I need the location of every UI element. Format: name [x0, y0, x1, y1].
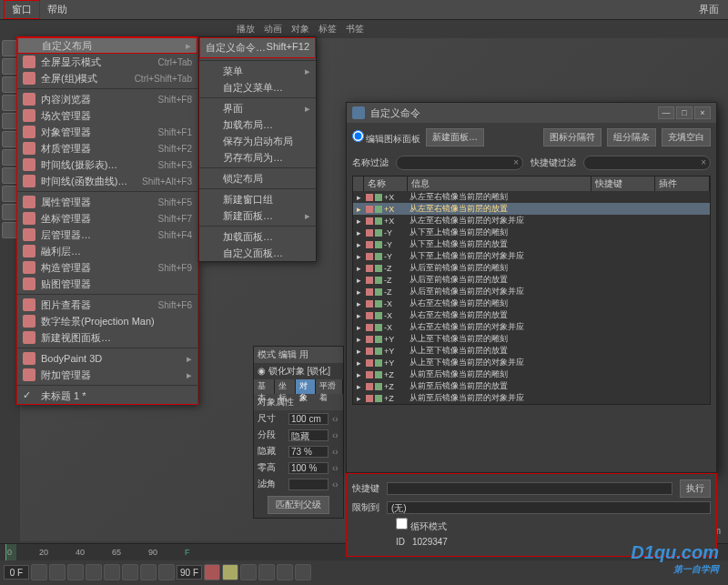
goto-end-button[interactable] [158, 564, 175, 580]
prev-frame-button[interactable] [67, 564, 84, 580]
table-row[interactable]: ▸ -Y从下至上镜像当前层的放置 [353, 238, 710, 250]
table-row[interactable]: ▸ -Z从后至前镜像当前层的对象并应 [353, 286, 710, 298]
menu-item[interactable]: 构造管理器Shift+F9 [17, 259, 197, 276]
menu-window[interactable]: 窗口 [4, 0, 40, 19]
menu-item[interactable]: 属性管理器Shift+F5 [17, 194, 197, 210]
table-row[interactable]: ▸ -X从右至左镜像当前层的对象并应 [353, 321, 710, 333]
table-row[interactable]: ▸ +X从左至右镜像当前层的雕刻 [353, 191, 710, 203]
menu-item[interactable]: 全屏显示模式Ctrl+Tab [17, 54, 197, 70]
menu-item[interactable]: 锁定布局 [199, 170, 316, 187]
table-row[interactable]: ▸ -Z从后至前镜像当前层的放置 [353, 274, 710, 286]
table-row[interactable]: ▸ -X从右至左镜像当前层的雕刻 [353, 298, 710, 309]
key-pos-button[interactable] [240, 564, 257, 580]
record-button[interactable] [204, 564, 220, 580]
table-row[interactable]: ▸ +X从左至右镜像当前层的对象并应 [353, 215, 710, 227]
prev-key-button[interactable] [49, 564, 66, 580]
minimize-button[interactable]: — [658, 106, 674, 119]
menu-item[interactable]: 全屏(组)模式Ctrl+Shift+Tab [17, 70, 197, 86]
table-row[interactable]: ▸ +Z从前至后镜像当前层的对象并应 [353, 392, 710, 404]
table-row[interactable]: ▸ +Y从上至下镜像当前层的放置 [353, 345, 710, 357]
menu-item[interactable]: 材质管理器Shift+F2 [17, 140, 197, 156]
col-plugin[interactable]: 插件 [655, 177, 710, 191]
menu-item[interactable]: 对象管理器Shift+F1 [17, 124, 197, 140]
maximize-button[interactable]: □ [676, 106, 693, 119]
radio-edit-icon[interactable]: 编辑图标面板 [352, 130, 420, 146]
playhead[interactable] [5, 544, 16, 560]
menu-layout[interactable]: 界面 [699, 3, 724, 16]
dialog-titlebar[interactable]: 自定义命令 — □ × [347, 103, 716, 123]
col-info[interactable]: 信息 [408, 177, 592, 191]
restrict-select[interactable]: (无) [387, 501, 711, 514]
close-button[interactable]: × [694, 106, 711, 119]
col-name[interactable]: 名称 [364, 177, 408, 191]
match-parent-button[interactable]: 匹配到父级 [268, 496, 329, 514]
menu-item[interactable]: 菜单▸ [199, 63, 316, 79]
menu-item[interactable]: 自定义菜单… [199, 79, 316, 96]
table-row[interactable]: ▸ +Y从上至下镜像当前层的雕刻 [353, 333, 710, 345]
menu-item[interactable]: 时间线(摄影表)…Shift+F3 [17, 156, 197, 173]
clear-icon[interactable]: × [701, 157, 706, 167]
menu-item[interactable]: 新建视图面板… [17, 329, 197, 346]
table-row[interactable]: ▸ -Y从下至上镜像当前层的雕刻 [353, 227, 710, 238]
table-row[interactable]: ▸ +X从左至右镜像当前层的放置 [353, 203, 710, 215]
tab-coord[interactable]: 坐标 [275, 379, 296, 394]
group-sep-button[interactable]: 组分隔条 [607, 128, 656, 146]
table-row[interactable]: ▸ +Y从上至下镜像当前层的对象并应 [353, 357, 710, 368]
menu-item[interactable]: 界面▸ [199, 100, 316, 116]
menu-item[interactable]: 加载布局… [199, 116, 316, 133]
shortcut-input[interactable] [387, 482, 672, 495]
table-row[interactable]: ▸ -X从右至左镜像当前层的放置 [353, 309, 710, 321]
icon-sep-button[interactable]: 图标分隔符 [543, 128, 602, 146]
table-row[interactable]: ▸ 1设置回放比率为 1 FPS [353, 404, 710, 405]
tab-tag[interactable]: 标签 [318, 23, 337, 35]
menu-item[interactable]: 贴图管理器 [17, 276, 197, 292]
table-row[interactable]: ▸ +Z从前至后镜像当前层的雕刻 [353, 368, 710, 380]
fill-space-button[interactable]: 充填空白 [662, 128, 711, 146]
goto-start-button[interactable] [31, 564, 47, 580]
menu-help[interactable]: 帮助 [40, 1, 75, 18]
tab-object[interactable]: 对象 [296, 379, 317, 394]
shortcut-filter-input[interactable]: × [583, 156, 711, 170]
menu-item[interactable]: 加载面板… [199, 228, 316, 245]
menu-item[interactable]: 坐标管理器Shift+F7 [17, 210, 197, 227]
loop-checkbox[interactable]: 循环模式 [396, 518, 447, 533]
table-row[interactable]: ▸ +Z从前至后镜像当前层的放置 [353, 380, 710, 392]
tab-bookmark[interactable]: 书签 [346, 23, 364, 35]
play-back-button[interactable] [86, 564, 102, 580]
tab-anim[interactable]: 动画 [264, 23, 282, 35]
menu-item[interactable]: 场次管理器 [17, 107, 197, 124]
col-shortcut[interactable]: 快捷键 [592, 177, 655, 191]
menu-item[interactable]: 自定义面板… [199, 245, 316, 261]
menu-item[interactable]: 新建面板…▸ [199, 207, 316, 224]
menu-item[interactable]: ✓未标题 1 * [17, 388, 197, 404]
table-row[interactable]: ▸ -Y从下至上镜像当前层的对象并应 [353, 250, 710, 262]
menu-item[interactable]: BodyPaint 3D▸ [17, 350, 197, 367]
next-key-button[interactable] [140, 564, 157, 580]
key-scale-button[interactable] [277, 564, 293, 580]
table-row[interactable]: ▸ -Z从后至前镜像当前层的雕刻 [353, 262, 710, 274]
tab-play[interactable]: 播放 [237, 23, 255, 35]
key-param-button[interactable] [295, 564, 311, 580]
frame-end[interactable] [177, 565, 202, 580]
menu-item[interactable]: 数字绘景(Projection Man) [17, 313, 197, 329]
tab-basic[interactable]: 基本 [254, 379, 275, 394]
menu-custom-layout[interactable]: 自定义布局 ▸ [17, 37, 197, 54]
frame-start[interactable] [4, 565, 29, 580]
execute-button[interactable]: 执行 [680, 479, 711, 498]
name-filter-input[interactable]: × [396, 156, 523, 170]
menu-item[interactable]: 新建窗口组 [199, 191, 316, 207]
clear-icon[interactable]: × [513, 157, 519, 167]
tab-object[interactable]: 对象 [291, 23, 309, 35]
menu-item[interactable]: 内容浏览器Shift+F8 [17, 91, 197, 107]
menu-item[interactable]: 图片查看器Shift+F6 [17, 297, 197, 313]
play-button[interactable] [104, 564, 120, 580]
menu-item[interactable]: 层管理器…Shift+F4 [17, 227, 197, 243]
menu-item[interactable]: 附加管理器▸ [17, 367, 197, 383]
menu-item[interactable]: 保存为启动布局 [199, 133, 316, 149]
tab-smooth[interactable]: 平滑着 [316, 379, 343, 394]
menu-item[interactable]: 另存布局为… [199, 149, 316, 166]
menu-item[interactable]: 时间线(函数曲线)…Shift+Alt+F3 [17, 173, 197, 189]
autokey-button[interactable] [222, 564, 238, 580]
menu-custom-commands[interactable]: 自定义命令… Shift+F12 [199, 37, 316, 58]
key-rot-button[interactable] [258, 564, 275, 580]
